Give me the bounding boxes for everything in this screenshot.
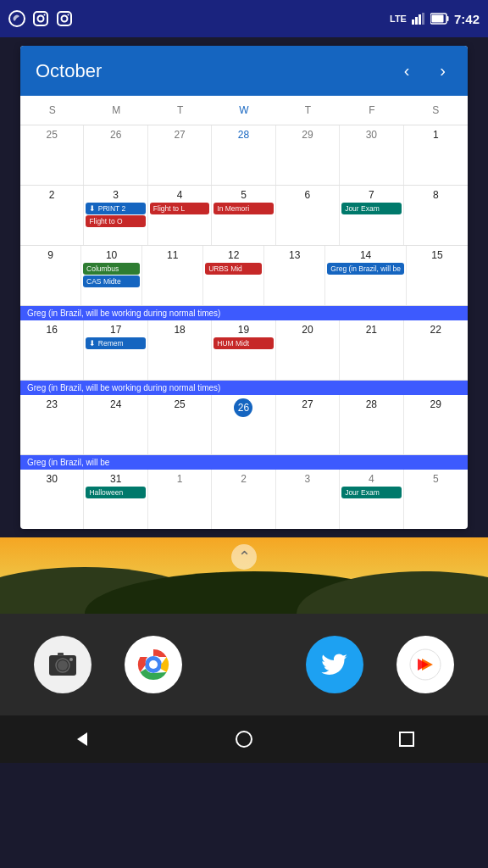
- day-cell-oct7[interactable]: 7 Jour Exam: [340, 186, 403, 245]
- day-num: 31: [86, 473, 145, 485]
- day-cell-sep27[interactable]: 27: [148, 125, 212, 185]
- cas-midterm-event[interactable]: CAS Midte: [83, 275, 140, 287]
- nav-bar: [0, 715, 488, 763]
- jour-exam-event[interactable]: Jour Exam: [341, 203, 401, 214]
- day-cell-oct21[interactable]: 21: [340, 320, 403, 380]
- day-num: 14: [327, 249, 404, 261]
- flight-to-l-event[interactable]: Flight to L: [150, 203, 209, 214]
- day-cell-nov4[interactable]: 4 Jour Exam: [340, 470, 403, 529]
- print2-event[interactable]: ⬇ PRINT 2: [86, 203, 145, 214]
- day-cell-oct23[interactable]: 23: [20, 395, 84, 454]
- day-cell-oct9[interactable]: 9: [20, 246, 81, 305]
- camera-app-button[interactable]: [34, 636, 92, 693]
- day-cell-oct16[interactable]: 16: [20, 320, 84, 380]
- youtube-music-app-button[interactable]: [396, 636, 454, 693]
- back-button[interactable]: [66, 724, 97, 754]
- day-num: 10: [83, 249, 140, 261]
- next-month-button[interactable]: ›: [433, 58, 452, 84]
- day-cell-oct17[interactable]: 17 ⬇ Remem: [84, 320, 147, 380]
- day-cell-oct27[interactable]: 27: [276, 395, 340, 454]
- day-cell-oct14[interactable]: 14 Greg (in Brazil, will be: [325, 246, 407, 305]
- day-cell-nov2[interactable]: 2: [212, 470, 275, 529]
- day-cell-sep25[interactable]: 25: [20, 125, 84, 185]
- day-cell-oct4[interactable]: 4 Flight to L: [148, 186, 212, 245]
- day-cell-oct10[interactable]: 10 Columbus CAS Midte: [81, 246, 142, 305]
- day-cell-sep28[interactable]: 28: [212, 125, 275, 185]
- day-cell-sep30[interactable]: 30: [340, 125, 403, 185]
- columbus-event[interactable]: Columbus: [83, 263, 140, 275]
- day-num: 8: [406, 189, 466, 201]
- greg-brazil-event-w3[interactable]: Greg (in Brazil, will be: [327, 263, 404, 275]
- day-cell-oct2[interactable]: 2: [20, 186, 84, 245]
- day-num: 3: [86, 189, 145, 201]
- week-6: Greg (in Brazil, will be 30 31 Halloween…: [20, 455, 468, 529]
- camera-icon: [47, 649, 78, 680]
- lte-indicator: LTE: [390, 14, 407, 24]
- day-num: 16: [22, 324, 81, 336]
- greg-brazil-week6-span[interactable]: Greg (in Brazil, will be: [20, 455, 468, 470]
- instagram2-icon: [56, 10, 73, 27]
- home-button[interactable]: [229, 724, 259, 754]
- status-icons-right: LTE 7:42: [390, 12, 480, 26]
- svg-rect-9: [419, 14, 421, 25]
- day-cell-oct1[interactable]: 1: [404, 125, 468, 185]
- day-cell-oct28[interactable]: 28: [340, 395, 403, 454]
- week-2-days: 2 3 ⬇ PRINT 2 Flight to O 4 Flight to L …: [20, 186, 468, 245]
- svg-rect-1: [34, 12, 47, 25]
- day-cell-oct19[interactable]: 19 HUM Midt: [212, 320, 275, 380]
- day-cell-oct5[interactable]: 5 In Memori: [212, 186, 275, 245]
- day-cell-oct12[interactable]: 12 URBS Mid: [203, 246, 264, 305]
- day-cell-oct30[interactable]: 30: [20, 470, 84, 529]
- twitter-app-button[interactable]: [306, 636, 363, 693]
- day-cell-oct13[interactable]: 13: [264, 246, 325, 305]
- hum-midterm-event[interactable]: HUM Midt: [214, 337, 273, 349]
- svg-marker-29: [77, 732, 87, 746]
- day-cell-oct18[interactable]: 18: [148, 320, 212, 380]
- day-num: 21: [341, 324, 401, 336]
- day-cell-oct3[interactable]: 3 ⬇ PRINT 2 Flight to O: [84, 186, 147, 245]
- recents-button[interactable]: [391, 724, 422, 754]
- chrome-app-button[interactable]: [125, 636, 182, 693]
- day-num: 22: [406, 324, 466, 336]
- instagram-icon: [32, 10, 49, 27]
- prev-month-button[interactable]: ‹: [397, 58, 417, 84]
- day-cell-oct22[interactable]: 22: [404, 320, 468, 380]
- day-cell-nov5[interactable]: 5: [404, 470, 468, 529]
- greg-brazil-week4-span[interactable]: Greg (in Brazil, will be working during …: [20, 306, 468, 320]
- day-cell-oct25[interactable]: 25: [148, 395, 212, 454]
- recents-icon: [398, 731, 415, 748]
- day-cell-sep26[interactable]: 26: [84, 125, 147, 185]
- chevron-up-button[interactable]: ⌃: [231, 544, 257, 570]
- svg-rect-8: [415, 17, 418, 25]
- day-cell-oct8[interactable]: 8: [404, 186, 468, 245]
- halloween-event[interactable]: Halloween: [86, 487, 145, 498]
- in-memori-event[interactable]: In Memori: [214, 203, 273, 214]
- day-cell-oct11[interactable]: 11: [142, 246, 203, 305]
- day-num: 12: [205, 249, 262, 261]
- week-4: Greg (in Brazil, will be working during …: [20, 306, 468, 381]
- status-icons-left: [8, 10, 73, 27]
- remember-event[interactable]: ⬇ Remem: [86, 337, 145, 349]
- greg-brazil-week5-span[interactable]: Greg (in Brazil, will be working during …: [20, 381, 468, 395]
- week-1-days: 25 26 27 28 29 30 1: [20, 125, 468, 185]
- day-cell-nov3[interactable]: 3: [276, 470, 340, 529]
- day-cell-oct24[interactable]: 24: [84, 395, 147, 454]
- day-cell-nov1[interactable]: 1: [148, 470, 212, 529]
- flight-to-o-event[interactable]: Flight to O: [86, 215, 145, 227]
- day-cell-oct31[interactable]: 31 Halloween: [84, 470, 147, 529]
- jour-exam-nov-event[interactable]: Jour Exam: [341, 487, 401, 498]
- day-num: 4: [150, 189, 209, 201]
- day-num: 24: [86, 398, 145, 410]
- day-cell-oct6[interactable]: 6: [276, 186, 340, 245]
- calendar-title: October: [36, 60, 102, 82]
- day-cell-oct20[interactable]: 20: [276, 320, 340, 380]
- day-num: 25: [150, 398, 209, 410]
- day-cell-oct15[interactable]: 15: [407, 246, 468, 305]
- svg-rect-10: [422, 13, 424, 25]
- day-num: 30: [341, 129, 401, 141]
- day-num: 5: [406, 473, 466, 485]
- day-cell-sep29[interactable]: 29: [276, 125, 340, 185]
- urbs-mid-event[interactable]: URBS Mid: [205, 263, 262, 275]
- day-cell-oct26-today[interactable]: 26: [212, 395, 275, 454]
- day-cell-oct29[interactable]: 29: [404, 395, 468, 454]
